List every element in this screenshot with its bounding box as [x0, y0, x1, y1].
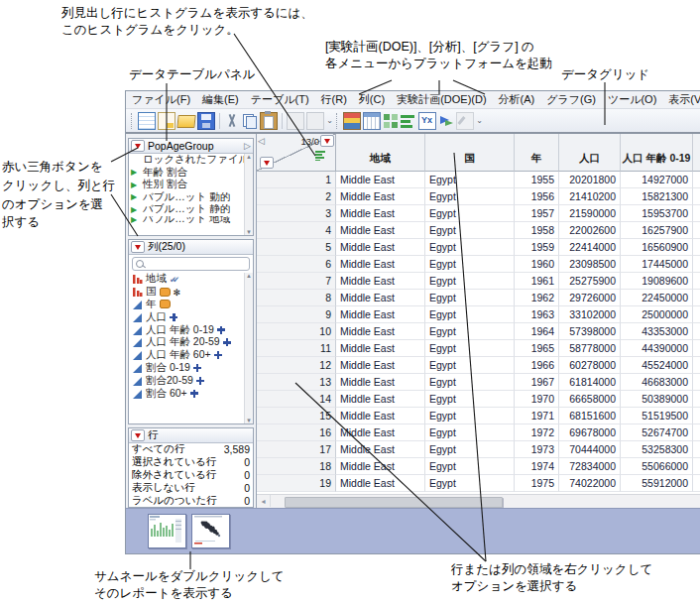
columns-red-triangle-button[interactable] — [131, 241, 145, 253]
table-row[interactable]: 14 Middle East Egypt 1970 66658000 50389… — [257, 391, 700, 408]
new-journal-icon[interactable] — [158, 112, 175, 130]
region-cell[interactable]: Middle East — [336, 424, 425, 441]
column-header-country[interactable]: 国 — [425, 134, 515, 172]
menu-item[interactable]: ファイル(F) — [126, 91, 196, 108]
country-cell[interactable]: Egypt — [425, 188, 515, 205]
script-run-icon[interactable]: ▶ — [131, 192, 140, 201]
region-cell[interactable]: Middle East — [336, 458, 425, 475]
column-list-item[interactable]: 人口 年齢 0-19 — [129, 323, 253, 336]
table-script-item[interactable]: ▶ バブル…ット 地域 — [129, 216, 253, 223]
row-number-cell[interactable]: 11 — [257, 340, 336, 357]
population-cell[interactable]: 29726000 — [559, 290, 621, 306]
column-list-item[interactable]: 地域 — [129, 273, 253, 286]
table-row[interactable]: 13 Middle East Egypt 1967 61814000 46683… — [257, 374, 700, 391]
row-number-cell[interactable]: 7 — [257, 273, 336, 290]
horizontal-scrollbar[interactable]: ◂ — [257, 494, 700, 508]
green-bars-icon[interactable] — [401, 113, 416, 129]
row-number-cell[interactable]: 17 — [257, 441, 336, 458]
table-red-triangle-button[interactable] — [131, 140, 145, 152]
population-cell[interactable]: 21590000 — [559, 205, 621, 222]
year-cell[interactable]: 1973 — [515, 441, 559, 458]
menu-item[interactable]: 行(R) — [315, 91, 353, 108]
pop-0-19-cell[interactable]: 55912000 — [621, 475, 693, 492]
pop-0-19-cell[interactable]: 25000000 — [621, 306, 693, 323]
modeling-type-icon[interactable] — [132, 287, 143, 297]
new-data-table-icon[interactable] — [138, 112, 156, 130]
column-header-pop-0-19[interactable]: 人口 年齢 0-19 — [621, 134, 693, 172]
table-row[interactable]: 12 Middle East Egypt 1966 60278000 45524… — [257, 357, 700, 374]
columns-menu-red-triangle[interactable] — [320, 135, 334, 147]
year-cell[interactable]: 1960 — [515, 256, 559, 273]
column-list-item[interactable]: 割合20-59 — [129, 374, 253, 387]
panel-expand-icon[interactable]: ▷ — [244, 141, 251, 151]
region-cell[interactable]: Middle East — [336, 323, 425, 340]
population-cell[interactable]: 57398000 — [559, 323, 621, 340]
population-cell[interactable]: 22414000 — [559, 239, 621, 256]
country-cell[interactable]: Egypt — [425, 424, 515, 441]
script-run-icon[interactable]: ▶ — [131, 168, 140, 177]
journal-icon[interactable] — [343, 112, 361, 130]
population-cell[interactable]: 68151600 — [559, 408, 621, 424]
rows-red-triangle-button[interactable] — [131, 429, 145, 441]
row-number-cell[interactable]: 9 — [257, 306, 336, 323]
row-number-cell[interactable]: 13 — [257, 374, 336, 391]
country-cell[interactable]: Egypt — [425, 391, 515, 408]
menu-item[interactable]: グラフ(G) — [540, 91, 602, 108]
rows-menu-red-triangle[interactable] — [260, 157, 274, 169]
row-number-cell[interactable]: 10 — [257, 323, 336, 340]
country-cell[interactable]: Egypt — [425, 222, 515, 239]
column-list-item[interactable]: 人口 年齢 20-59 — [129, 336, 253, 349]
modeling-type-icon[interactable] — [132, 363, 143, 373]
population-cell[interactable]: 22002600 — [559, 222, 621, 239]
region-cell[interactable]: Middle East — [336, 408, 425, 424]
menu-item[interactable]: 編集(E) — [196, 91, 245, 108]
formula-icon[interactable] — [418, 112, 436, 130]
modeling-type-icon[interactable] — [132, 389, 143, 399]
column-header-region[interactable]: 地域 — [336, 134, 425, 172]
region-cell[interactable]: Middle East — [336, 475, 425, 492]
population-cell[interactable]: 33102000 — [559, 306, 621, 323]
table-row[interactable]: 7 Middle East Egypt 1961 25275900 190896… — [257, 273, 700, 290]
region-cell[interactable]: Middle East — [336, 172, 425, 188]
data-table-icon[interactable] — [363, 112, 381, 130]
table-script-item[interactable]: ▶ バブル…ット 動的 — [129, 191, 253, 204]
region-cell[interactable]: Middle East — [336, 188, 425, 205]
script-run-icon[interactable]: ▶ — [131, 181, 140, 189]
pop-0-19-cell[interactable]: 19089600 — [621, 273, 693, 290]
population-cell[interactable]: 21410200 — [559, 188, 621, 205]
column-search-input[interactable] — [147, 258, 246, 271]
pop-0-19-cell[interactable]: 53258300 — [621, 441, 693, 458]
year-cell[interactable]: 1966 — [515, 357, 559, 374]
year-cell[interactable]: 1959 — [515, 239, 559, 256]
region-cell[interactable]: Middle East — [336, 441, 425, 458]
region-cell[interactable]: Middle East — [336, 205, 425, 222]
year-cell[interactable]: 1975 — [515, 475, 559, 492]
row-number-cell[interactable]: 14 — [257, 391, 336, 408]
country-cell[interactable]: Egypt — [425, 239, 515, 256]
modeling-type-icon[interactable] — [132, 274, 143, 284]
row-number-cell[interactable]: 6 — [257, 256, 336, 273]
year-cell[interactable]: 1972 — [515, 424, 559, 441]
region-cell[interactable]: Middle East — [336, 340, 425, 357]
pop-0-19-cell[interactable]: 52674700 — [621, 424, 693, 441]
table-row[interactable]: 17 Middle East Egypt 1973 70444000 53258… — [257, 441, 700, 458]
pop-0-19-cell[interactable]: 46683000 — [621, 374, 693, 391]
table-row[interactable]: 15 Middle East Egypt 1971 68151600 51519… — [257, 408, 700, 424]
region-cell[interactable]: Middle East — [336, 391, 425, 408]
region-cell[interactable]: Middle East — [336, 239, 425, 256]
pop-0-19-cell[interactable]: 50389000 — [621, 391, 693, 408]
table-row[interactable]: 18 Middle East Egypt 1974 72834000 55066… — [257, 458, 700, 475]
country-cell[interactable]: Egypt — [425, 323, 515, 340]
row-number-cell[interactable]: 5 — [257, 239, 336, 256]
population-cell[interactable]: 60278000 — [559, 357, 621, 374]
column-list-scrollbar[interactable]: ▲▼ — [244, 273, 253, 424]
population-cell[interactable]: 25275900 — [559, 273, 621, 290]
region-cell[interactable]: Middle East — [336, 290, 425, 306]
cut-icon[interactable] — [224, 113, 240, 129]
copy-icon[interactable] — [242, 113, 258, 129]
header-histogram-icon[interactable] — [315, 151, 326, 161]
row-number-cell[interactable]: 18 — [257, 458, 336, 475]
paste-icon[interactable] — [260, 112, 278, 130]
table-row[interactable]: 19 Middle East Egypt 1975 74022000 55912… — [257, 475, 700, 492]
join-icon[interactable] — [438, 113, 454, 129]
